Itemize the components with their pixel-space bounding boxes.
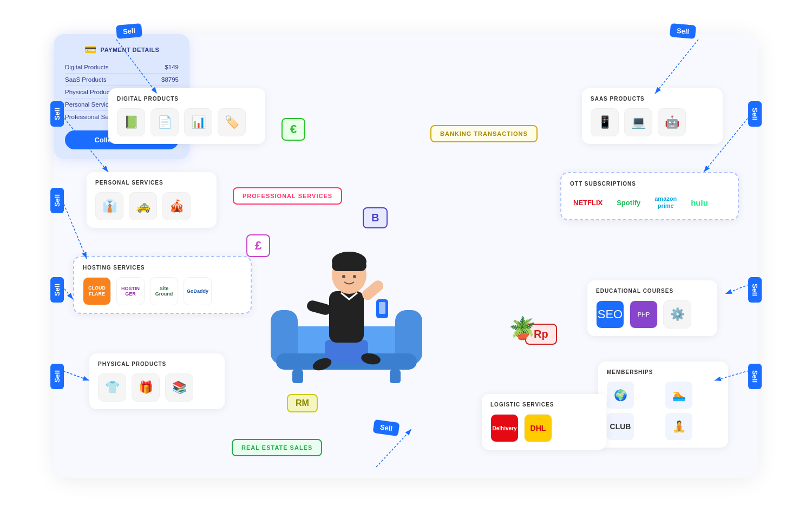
ott-subscriptions-card: OTT SUBSCRIPTIONS NETFLIX Spotify amazon… xyxy=(560,172,739,220)
personal-services-card: PERSONAL SERVICES 👔 🚕 🎪 xyxy=(87,172,217,228)
svg-point-20 xyxy=(353,275,356,278)
saas-icons: 📱 💻 🤖 xyxy=(591,108,714,136)
digital-products-title: DIGITAL PRODUCTS xyxy=(117,96,257,102)
dhl-logo: DHL xyxy=(524,414,552,442)
payment-label-personal: Personal Services xyxy=(65,101,115,108)
gift-icon: 🎁 xyxy=(132,373,160,402)
memberships-card: MEMBERSHIPS 🌍 🏊 CLUB 🧘 xyxy=(598,362,728,448)
hulu-logo: hulu xyxy=(687,196,711,209)
physical-products-icons: 👕 🎁 📚 xyxy=(98,373,216,402)
globe-icon: 🌍 xyxy=(607,382,634,409)
hosting-logos: CLOUDFLARE HOSTINGER SiteGround GoDaddy xyxy=(83,277,242,305)
sell-badge-9: Sell xyxy=(748,364,762,389)
web-icon: 💻 xyxy=(624,108,652,136)
sell-badge-2: Sell xyxy=(50,101,64,127)
event-icon: 🎪 xyxy=(162,192,191,220)
php-icon: PHP xyxy=(630,300,658,329)
logistic-title: LOGISTIC SERVICES xyxy=(490,402,598,408)
ebook-icon: 📗 xyxy=(117,108,145,136)
sell-badge-10: Sell xyxy=(372,419,400,436)
logistic-services-card: LOGISTIC SERVICES Delhivery DHL xyxy=(482,394,606,450)
saas-products-title: SAAS PRODUCTS xyxy=(591,96,714,102)
payment-label-saas: SaaS Products xyxy=(65,76,107,83)
delhivery-logo: Delhivery xyxy=(490,414,519,442)
cloudflare-logo: CLOUDFLARE xyxy=(83,277,111,305)
sell-badge-6: Sell xyxy=(670,23,696,39)
car-icon: 🚕 xyxy=(129,192,157,220)
edu-icons: SEO PHP ⚙️ xyxy=(596,300,709,329)
yoga-icon: 🧘 xyxy=(665,413,692,440)
ott-title: OTT SUBSCRIPTIONS xyxy=(570,181,729,187)
tag-icon: 🏷️ xyxy=(218,108,246,136)
hosting-services-card: HOSTING SERVICES CLOUDFLARE HOSTINGER Si… xyxy=(73,256,252,314)
payment-title: PAYMENT DETAILS xyxy=(101,47,160,53)
payment-label-digital: Digital Products xyxy=(65,64,109,70)
pound-label: £ xyxy=(246,234,270,257)
svg-line-26 xyxy=(60,370,89,380)
apps-icon: 📱 xyxy=(591,108,619,136)
robot-icon: 🤖 xyxy=(658,108,686,136)
svg-rect-4 xyxy=(292,370,303,383)
svg-rect-18 xyxy=(332,260,366,271)
svg-rect-5 xyxy=(390,370,401,383)
euro-label: € xyxy=(281,118,305,141)
payment-row-saas: SaaS Products $8795 xyxy=(65,74,179,86)
spreadsheet-icon: 📊 xyxy=(184,108,212,136)
edu-title: EDUCATIONAL COURSES xyxy=(596,288,709,294)
memberships-title: MEMBERSHIPS xyxy=(607,369,719,375)
payment-row-digital: Digital Products $149 xyxy=(65,61,179,74)
payment-value-digital: $149 xyxy=(165,64,179,70)
banking-transactions-tag: BANKING TRANSACTIONS xyxy=(430,125,538,142)
payment-value-saas: $8795 xyxy=(161,76,179,83)
amazon-prime-logo: amazonprime xyxy=(651,193,680,212)
real-estate-sales-tag: REAL ESTATE SALES xyxy=(232,439,322,456)
siteground-logo: SiteGround xyxy=(150,277,178,305)
physical-products-title: PHYSICAL PRODUCTS xyxy=(98,361,216,367)
swim-icon: 🏊 xyxy=(665,382,692,409)
digital-products-card: DIGITAL PRODUCTS 📗 📄 📊 🏷️ xyxy=(108,88,265,144)
logistic-logos: Delhivery DHL xyxy=(490,414,598,442)
club-icon: CLUB xyxy=(607,413,634,440)
spotify-logo: Spotify xyxy=(613,196,644,209)
settings-icon: ⚙️ xyxy=(663,300,691,329)
main-container: Sell Sell Sell Sell Sell Sell Sell Sell … xyxy=(54,34,758,478)
seo-icon: SEO xyxy=(596,300,624,329)
sell-badge-4: Sell xyxy=(50,277,64,303)
memberships-grid: 🌍 🏊 CLUB 🧘 xyxy=(607,382,719,440)
hostinger-logo: HOSTINGER xyxy=(116,277,145,305)
physical-products-card: PHYSICAL PRODUCTS 👕 🎁 📚 xyxy=(89,353,225,409)
sell-badge-1: Sell xyxy=(116,23,142,39)
sell-badge-5: Sell xyxy=(50,364,64,389)
plant-decoration: 🪴 xyxy=(509,316,536,341)
ott-logos: NETFLIX Spotify amazonprime hulu xyxy=(570,193,729,212)
card-icon: 💳 xyxy=(84,44,96,56)
books-icon: 📚 xyxy=(165,373,193,402)
svg-point-19 xyxy=(342,275,345,278)
godaddy-logo: GoDaddy xyxy=(184,277,212,305)
svg-rect-15 xyxy=(379,302,385,314)
sell-badge-3: Sell xyxy=(50,188,64,213)
sell-badge-8: Sell xyxy=(748,277,762,303)
payment-header: 💳 PAYMENT DETAILS xyxy=(65,44,179,56)
sell-badge-7: Sell xyxy=(748,101,762,127)
rm-label: RM xyxy=(287,394,318,412)
saas-products-card: SAAS PRODUCTS 📱 💻 🤖 xyxy=(582,88,723,144)
digital-products-icons: 📗 📄 📊 🏷️ xyxy=(117,108,257,136)
personal-services-icons: 👔 🚕 🎪 xyxy=(95,192,208,220)
svg-line-27 xyxy=(655,40,698,94)
svg-rect-11 xyxy=(329,291,364,343)
personal-services-title: PERSONAL SERVICES xyxy=(95,180,208,186)
person-illustration xyxy=(271,186,422,391)
suit-icon: 👔 xyxy=(95,192,123,220)
hosting-services-title: HOSTING SERVICES xyxy=(83,265,242,271)
educational-courses-card: EDUCATIONAL COURSES SEO PHP ⚙️ xyxy=(587,280,717,336)
payment-label-physical: Physical Products xyxy=(65,89,114,95)
netflix-logo: NETFLIX xyxy=(570,196,606,209)
tshirt-icon: 👕 xyxy=(98,373,126,402)
svg-rect-12 xyxy=(306,299,332,316)
pdf-icon: 📄 xyxy=(150,108,179,136)
